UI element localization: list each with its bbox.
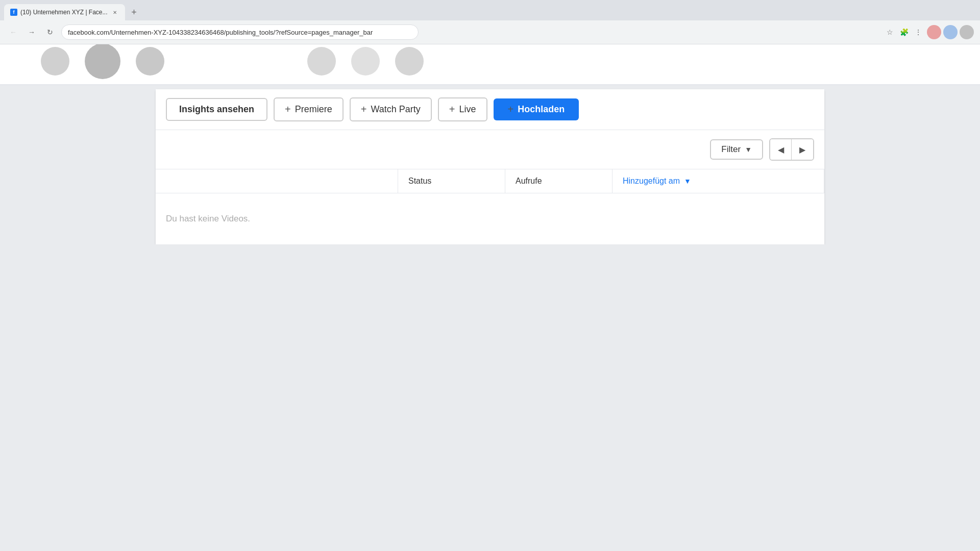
no-videos-message: Du hast keine Videos. [166,214,250,223]
live-button[interactable]: + Live [438,97,487,121]
profile-avatar-2[interactable] [943,25,958,39]
premiere-label: Premiere [295,104,332,115]
tab-title: (10) Unternehmen XYZ | Face... [20,9,108,16]
extensions-icon[interactable]: 🧩 [898,27,910,38]
browser-tab[interactable]: f (10) Unternehmen XYZ | Face... ✕ [4,4,125,20]
next-page-button[interactable]: ▶ [792,139,813,160]
back-button[interactable]: ← [6,25,20,39]
page-wrapper: f (10) Unternehmen XYZ | Face... ✕ + ← →… [0,0,980,551]
browser-toolbar-icons: ☆ 🧩 ⋮ [884,25,974,39]
address-bar[interactable]: facebook.com/Unternehmen-XYZ-10433823463… [61,24,419,40]
avatar-row [0,44,464,84]
upload-button[interactable]: + Hochladen [494,98,579,120]
th-added-label: Hinzugefügt am [623,177,680,186]
menu-icon[interactable]: ⋮ [913,27,924,38]
upload-label: Hochladen [518,104,565,115]
section-gap [0,85,980,89]
premiere-plus-icon: + [285,104,291,115]
pagination-controls: ◀ ▶ [769,138,814,161]
filter-button[interactable]: Filter ▼ [710,139,763,160]
sort-added[interactable]: Hinzugefügt am ▼ [623,177,814,186]
action-buttons-row: Insights ansehen + Premiere + Watch Part… [156,89,824,130]
th-views: Aufrufe [505,169,612,193]
top-nav-partial [0,44,980,85]
address-bar-row: ← → ↻ facebook.com/Unternehmen-XYZ-10433… [0,20,980,44]
live-plus-icon: + [449,104,455,115]
sort-direction-icon: ▼ [684,177,691,185]
profile-avatars [927,25,974,39]
nav-avatar-3[interactable] [136,47,164,76]
tab-bar: f (10) Unternehmen XYZ | Face... ✕ + [0,0,980,20]
close-tab-button[interactable]: ✕ [111,8,119,16]
new-tab-button[interactable]: + [127,5,141,19]
filter-label: Filter [721,144,741,155]
empty-state: Du hast keine Videos. [156,193,824,244]
live-label: Live [459,104,476,115]
forward-button[interactable]: → [24,25,39,39]
watch-party-plus-icon: + [361,104,367,115]
url-text: facebook.com/Unternehmen-XYZ-10433823463… [68,29,373,36]
upload-plus-icon: + [508,104,514,115]
table-header: Status Aufrufe Hinzugefügt am ▼ [156,169,824,193]
nav-avatar-1[interactable] [41,47,69,76]
nav-avatar-6[interactable] [395,47,424,76]
bookmark-icon[interactable]: ☆ [884,27,895,38]
filter-row: Filter ▼ ◀ ▶ [156,130,824,169]
prev-page-button[interactable]: ◀ [770,139,792,160]
nav-avatar-5[interactable] [351,47,380,76]
nav-avatar-2[interactable] [85,44,120,79]
profile-avatar-1[interactable] [927,25,941,39]
watch-party-button[interactable]: + Watch Party [350,97,432,121]
content-card: Insights ansehen + Premiere + Watch Part… [156,89,824,244]
watch-party-label: Watch Party [371,104,420,115]
reload-button[interactable]: ↻ [43,25,57,39]
th-title [156,169,398,193]
profile-avatar-3[interactable] [960,25,974,39]
page-background [0,244,980,551]
browser-chrome: f (10) Unternehmen XYZ | Face... ✕ + ← →… [0,0,980,44]
filter-dropdown-icon: ▼ [745,145,752,154]
insights-button[interactable]: Insights ansehen [166,98,267,121]
th-added[interactable]: Hinzugefügt am ▼ [612,169,824,193]
favicon: f [10,9,17,16]
th-status: Status [398,169,505,193]
nav-avatar-4[interactable] [307,47,336,76]
premiere-button[interactable]: + Premiere [274,97,344,121]
